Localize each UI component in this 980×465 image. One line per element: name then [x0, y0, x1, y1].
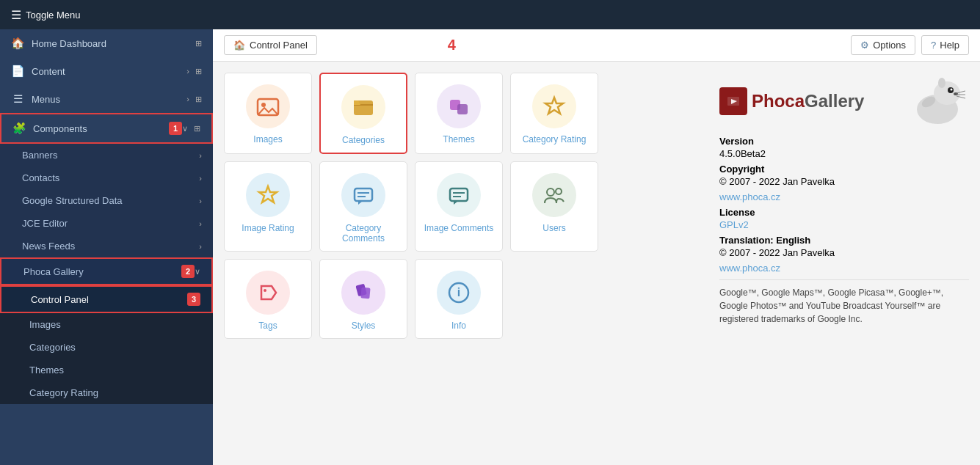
- divider: [719, 279, 969, 280]
- sidebar-item-label: Category Rating: [29, 387, 202, 398]
- chevron-right-icon: ›: [199, 174, 202, 183]
- chevron-down-icon: ∨: [182, 124, 188, 133]
- info-website2: www.phoca.cz: [719, 263, 969, 274]
- help-button[interactable]: ? Help: [921, 35, 969, 55]
- breadcrumb-left: 🏠 Control Panel 4: [224, 35, 456, 55]
- sidebar-item-contacts[interactable]: Contacts ›: [0, 166, 213, 189]
- tile-category-rating[interactable]: Category Rating: [510, 73, 598, 154]
- tile-circle-image-rating: [246, 173, 290, 217]
- chevron-right-icon: ›: [186, 67, 189, 76]
- step-badge-2: 2: [181, 265, 195, 278]
- sidebar-item-components[interactable]: 🧩 Components 1 ∨ ⊞: [0, 113, 213, 144]
- hamburger-icon: ☰: [11, 8, 21, 22]
- sidebar-item-jce-editor[interactable]: JCE Editor ›: [0, 212, 213, 235]
- sidebar-item-label: Banners: [22, 150, 199, 161]
- copyright-label: Copyright: [719, 164, 969, 175]
- chevron-right-icon: ›: [199, 219, 202, 228]
- gear-icon: ⚙: [860, 40, 869, 51]
- help-label: Help: [940, 40, 959, 51]
- grid-icon: ⊞: [195, 39, 202, 48]
- seal-image: [907, 73, 969, 130]
- top-bar: ☰ Toggle Menu: [0, 0, 980, 29]
- grid-icon: ⊞: [194, 124, 200, 133]
- content-icon: 📄: [11, 65, 24, 78]
- tile-circle-category-comments: [341, 173, 385, 217]
- tile-images[interactable]: Images: [224, 73, 312, 154]
- copyright-value: © 2007 - 2022 Jan Pavelka: [719, 176, 835, 187]
- svg-point-14: [556, 188, 562, 194]
- website-link[interactable]: www.phoca.cz: [719, 191, 780, 202]
- svg-point-26: [951, 89, 953, 91]
- svg-rect-4: [457, 104, 468, 114]
- phoca-text-phoca: Phoca: [752, 91, 805, 111]
- tile-image-rating[interactable]: Image Rating: [224, 161, 312, 252]
- tiles-row-3: Tags Styles i Info: [224, 259, 708, 339]
- tile-tags[interactable]: Tags: [224, 259, 312, 339]
- sidebar-item-categories[interactable]: Categories: [0, 336, 213, 359]
- tile-circle-image-comments: [437, 173, 481, 217]
- tile-label-categories: Categories: [342, 135, 385, 145]
- grid-icon: ⊞: [195, 67, 202, 76]
- chevron-right-icon: ›: [199, 151, 202, 160]
- step-badge-1: 1: [169, 122, 182, 135]
- tile-label-images: Images: [253, 134, 282, 144]
- content-area: 🏠 Control Panel 4 ⚙ Options ? Help: [213, 29, 980, 465]
- breadcrumb-bar: 🏠 Control Panel 4 ⚙ Options ? Help: [213, 29, 980, 62]
- sidebar-item-images[interactable]: Images: [0, 313, 213, 336]
- tile-info[interactable]: i Info: [415, 259, 503, 339]
- tiles-row-1: Images Categories Themes: [224, 73, 708, 154]
- sidebar-item-phoca-gallery[interactable]: Phoca Gallery 2 ∨: [0, 257, 213, 285]
- sidebar: 🏠 Home Dashboard ⊞ 📄 Content › ⊞ ☰ Menus…: [0, 29, 213, 465]
- website2-link[interactable]: www.phoca.cz: [719, 263, 780, 274]
- phoca-logo-icon: [719, 87, 747, 115]
- tile-category-comments[interactable]: Category Comments: [319, 161, 407, 252]
- options-button[interactable]: ⚙ Options: [851, 35, 915, 55]
- tile-circle-users: [532, 173, 576, 217]
- tile-circle-themes: [437, 84, 481, 128]
- tile-image-comments[interactable]: Image Comments: [415, 161, 503, 252]
- control-panel-breadcrumb[interactable]: 🏠 Control Panel: [224, 35, 317, 55]
- sidebar-item-themes[interactable]: Themes: [0, 359, 213, 381]
- sidebar-item-content[interactable]: 📄 Content › ⊞: [0, 57, 213, 85]
- sidebar-item-banners[interactable]: Banners ›: [0, 144, 213, 166]
- translation-value: © 2007 - 2022 Jan Pavelka: [719, 247, 835, 258]
- chevron-right-icon: ›: [186, 95, 189, 103]
- tile-categories[interactable]: Categories: [319, 73, 407, 154]
- translation-label: Translation: English: [719, 235, 969, 246]
- sidebar-item-label: Control Panel: [31, 294, 184, 305]
- svg-rect-17: [360, 288, 370, 299]
- sidebar-item-menus[interactable]: ☰ Menus › ⊞: [0, 85, 213, 113]
- sidebar-item-control-panel[interactable]: Control Panel 3: [0, 285, 213, 313]
- version-label: Version: [719, 136, 969, 147]
- step-4-badge: 4: [448, 37, 456, 54]
- tile-users[interactable]: Users: [510, 161, 598, 252]
- tiles-section: Images Categories Themes: [224, 73, 708, 454]
- tile-label-image-rating: Image Rating: [242, 223, 294, 233]
- license-value[interactable]: GPLv2: [719, 219, 749, 230]
- tile-label-category-comments: Category Comments: [327, 223, 399, 244]
- help-icon: ?: [931, 40, 936, 51]
- top-right-buttons: ⚙ Options ? Help: [851, 35, 969, 55]
- sidebar-item-news-feeds[interactable]: News Feeds ›: [0, 235, 213, 257]
- grid-icon: ⊞: [195, 95, 202, 104]
- toggle-menu-button[interactable]: ☰ Toggle Menu: [11, 8, 80, 22]
- tile-styles[interactable]: Styles: [319, 259, 407, 339]
- tile-circle-info: i: [437, 271, 481, 315]
- sidebar-item-category-rating[interactable]: Category Rating: [0, 381, 213, 404]
- tile-label-tags: Tags: [258, 321, 277, 331]
- sidebar-item-home-dashboard[interactable]: 🏠 Home Dashboard ⊞: [0, 29, 213, 57]
- sidebar-item-label: News Feeds: [22, 241, 199, 252]
- breadcrumb-label: Control Panel: [250, 40, 308, 51]
- sidebar-item-label: Categories: [29, 342, 202, 353]
- tile-themes[interactable]: Themes: [415, 73, 503, 154]
- phoca-text: PhocaGallery: [752, 91, 864, 111]
- license-label: License: [719, 207, 969, 218]
- components-icon: 🧩: [12, 122, 26, 135]
- sidebar-item-google-structured-data[interactable]: Google Structured Data ›: [0, 189, 213, 212]
- sidebar-item-label: Menus: [32, 94, 186, 105]
- sidebar-item-label: Images: [29, 319, 202, 330]
- svg-point-32: [938, 78, 945, 88]
- chevron-right-icon: ›: [199, 242, 202, 251]
- sidebar-sub-phoca: Control Panel 3 Images Categories Themes…: [0, 285, 213, 404]
- tile-circle-tags: [246, 271, 290, 315]
